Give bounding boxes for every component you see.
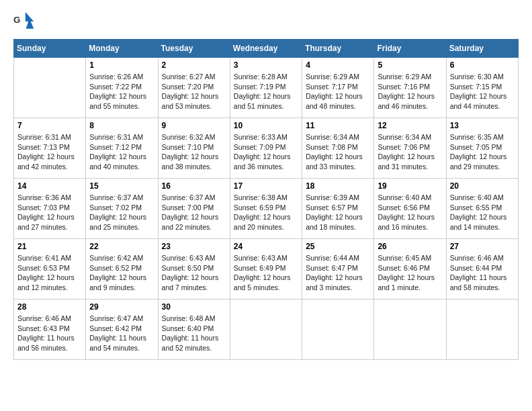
- calendar-cell: 24Sunrise: 6:43 AMSunset: 6:49 PMDayligh…: [230, 239, 302, 300]
- calendar-cell: 8Sunrise: 6:31 AMSunset: 7:12 PMDaylight…: [86, 118, 158, 179]
- day-info: Sunrise: 6:40 AMSunset: 6:55 PMDaylight:…: [450, 193, 515, 232]
- day-info: Sunrise: 6:29 AMSunset: 7:17 PMDaylight:…: [306, 72, 370, 111]
- day-number: 20: [450, 181, 515, 191]
- day-number: 24: [234, 242, 298, 251]
- calendar-week-0: 1Sunrise: 6:26 AMSunset: 7:22 PMDaylight…: [14, 58, 519, 118]
- day-info: Sunrise: 6:29 AMSunset: 7:16 PMDaylight:…: [378, 72, 442, 111]
- day-number: 22: [89, 242, 154, 251]
- calendar-header-row: SundayMondayTuesdayWednesdayThursdayFrid…: [14, 40, 519, 58]
- day-number: 9: [162, 121, 226, 130]
- day-info: Sunrise: 6:42 AMSunset: 6:52 PMDaylight:…: [89, 253, 154, 293]
- calendar-week-4: 28Sunrise: 6:46 AMSunset: 6:43 PMDayligh…: [14, 300, 519, 360]
- calendar-cell: 15Sunrise: 6:37 AMSunset: 7:02 PMDayligh…: [86, 179, 158, 239]
- day-number: 3: [234, 60, 298, 70]
- calendar-cell: 26Sunrise: 6:45 AMSunset: 6:46 PMDayligh…: [374, 239, 446, 300]
- day-number: 27: [450, 242, 515, 251]
- calendar-cell: 11Sunrise: 6:34 AMSunset: 7:08 PMDayligh…: [302, 118, 374, 179]
- calendar-cell: [446, 300, 518, 360]
- day-info: Sunrise: 6:40 AMSunset: 6:56 PMDaylight:…: [378, 193, 442, 232]
- day-info: Sunrise: 6:45 AMSunset: 6:46 PMDaylight:…: [378, 253, 442, 293]
- day-info: Sunrise: 6:28 AMSunset: 7:19 PMDaylight:…: [234, 72, 298, 111]
- day-number: 5: [378, 60, 442, 70]
- calendar-cell: [374, 300, 446, 360]
- day-info: Sunrise: 6:27 AMSunset: 7:20 PMDaylight:…: [162, 72, 226, 111]
- day-number: 14: [17, 181, 82, 191]
- calendar-cell: 7Sunrise: 6:31 AMSunset: 7:13 PMDaylight…: [14, 118, 86, 179]
- day-info: Sunrise: 6:43 AMSunset: 6:50 PMDaylight:…: [162, 253, 226, 293]
- day-number: 17: [234, 181, 298, 191]
- calendar-cell: 22Sunrise: 6:42 AMSunset: 6:52 PMDayligh…: [86, 239, 158, 300]
- weekday-header-sunday: Sunday: [14, 40, 86, 58]
- svg-text:G: G: [13, 15, 20, 25]
- day-number: 23: [162, 242, 226, 251]
- calendar-cell: [14, 58, 86, 118]
- day-number: 29: [89, 302, 154, 312]
- day-number: 8: [89, 121, 154, 130]
- weekday-header-wednesday: Wednesday: [230, 40, 302, 58]
- day-number: 19: [378, 181, 442, 191]
- day-info: Sunrise: 6:32 AMSunset: 7:10 PMDaylight:…: [162, 132, 226, 172]
- day-number: 12: [378, 121, 442, 130]
- calendar-cell: 20Sunrise: 6:40 AMSunset: 6:55 PMDayligh…: [446, 179, 518, 239]
- calendar-cell: 14Sunrise: 6:36 AMSunset: 7:03 PMDayligh…: [14, 179, 86, 239]
- day-info: Sunrise: 6:46 AMSunset: 6:44 PMDaylight:…: [450, 253, 515, 293]
- day-info: Sunrise: 6:31 AMSunset: 7:13 PMDaylight:…: [17, 132, 82, 172]
- day-number: 1: [89, 60, 154, 70]
- day-info: Sunrise: 6:44 AMSunset: 6:47 PMDaylight:…: [306, 253, 370, 293]
- calendar-cell: [230, 300, 302, 360]
- day-number: 18: [306, 181, 370, 191]
- day-info: Sunrise: 6:37 AMSunset: 7:00 PMDaylight:…: [162, 193, 226, 232]
- day-number: 21: [17, 242, 82, 251]
- day-number: 30: [162, 302, 226, 312]
- weekday-header-friday: Friday: [374, 40, 446, 58]
- calendar-week-1: 7Sunrise: 6:31 AMSunset: 7:13 PMDaylight…: [14, 118, 519, 179]
- calendar-cell: 2Sunrise: 6:27 AMSunset: 7:20 PMDaylight…: [158, 58, 230, 118]
- day-info: Sunrise: 6:34 AMSunset: 7:06 PMDaylight:…: [378, 132, 442, 172]
- calendar-cell: 4Sunrise: 6:29 AMSunset: 7:17 PMDaylight…: [302, 58, 374, 118]
- weekday-header-monday: Monday: [86, 40, 158, 58]
- calendar-cell: 9Sunrise: 6:32 AMSunset: 7:10 PMDaylight…: [158, 118, 230, 179]
- day-info: Sunrise: 6:36 AMSunset: 7:03 PMDaylight:…: [17, 193, 82, 232]
- calendar-cell: 21Sunrise: 6:41 AMSunset: 6:53 PMDayligh…: [14, 239, 86, 300]
- weekday-header-saturday: Saturday: [446, 40, 518, 58]
- day-number: 13: [450, 121, 515, 130]
- day-info: Sunrise: 6:30 AMSunset: 7:15 PMDaylight:…: [450, 72, 515, 111]
- day-number: 28: [17, 302, 82, 312]
- day-info: Sunrise: 6:34 AMSunset: 7:08 PMDaylight:…: [306, 132, 370, 172]
- weekday-header-tuesday: Tuesday: [158, 40, 230, 58]
- day-info: Sunrise: 6:26 AMSunset: 7:22 PMDaylight:…: [89, 72, 154, 111]
- calendar-week-2: 14Sunrise: 6:36 AMSunset: 7:03 PMDayligh…: [14, 179, 519, 239]
- calendar-cell: 25Sunrise: 6:44 AMSunset: 6:47 PMDayligh…: [302, 239, 374, 300]
- calendar-cell: 18Sunrise: 6:39 AMSunset: 6:57 PMDayligh…: [302, 179, 374, 239]
- day-info: Sunrise: 6:37 AMSunset: 7:02 PMDaylight:…: [89, 193, 154, 232]
- page-header: G: [13, 11, 519, 32]
- calendar-cell: 3Sunrise: 6:28 AMSunset: 7:19 PMDaylight…: [230, 58, 302, 118]
- day-number: 26: [378, 242, 442, 251]
- day-number: 25: [306, 242, 370, 251]
- calendar-cell: 28Sunrise: 6:46 AMSunset: 6:43 PMDayligh…: [14, 300, 86, 360]
- calendar-table: SundayMondayTuesdayWednesdayThursdayFrid…: [13, 39, 519, 360]
- day-info: Sunrise: 6:39 AMSunset: 6:57 PMDaylight:…: [306, 193, 370, 232]
- day-info: Sunrise: 6:31 AMSunset: 7:12 PMDaylight:…: [89, 132, 154, 172]
- day-number: 15: [89, 181, 154, 191]
- calendar-cell: 13Sunrise: 6:35 AMSunset: 7:05 PMDayligh…: [446, 118, 518, 179]
- day-number: 10: [234, 121, 298, 130]
- day-number: 6: [450, 60, 515, 70]
- day-info: Sunrise: 6:47 AMSunset: 6:42 PMDaylight:…: [89, 314, 154, 353]
- day-number: 4: [306, 60, 370, 70]
- weekday-header-thursday: Thursday: [302, 40, 374, 58]
- calendar-cell: [302, 300, 374, 360]
- calendar-cell: 30Sunrise: 6:48 AMSunset: 6:40 PMDayligh…: [158, 300, 230, 360]
- day-info: Sunrise: 6:41 AMSunset: 6:53 PMDaylight:…: [17, 253, 82, 293]
- calendar-cell: 17Sunrise: 6:38 AMSunset: 6:59 PMDayligh…: [230, 179, 302, 239]
- calendar-cell: 27Sunrise: 6:46 AMSunset: 6:44 PMDayligh…: [446, 239, 518, 300]
- day-number: 11: [306, 121, 370, 130]
- logo: G: [13, 11, 38, 32]
- day-info: Sunrise: 6:38 AMSunset: 6:59 PMDaylight:…: [234, 193, 298, 232]
- day-info: Sunrise: 6:46 AMSunset: 6:43 PMDaylight:…: [17, 314, 82, 353]
- calendar-cell: 5Sunrise: 6:29 AMSunset: 7:16 PMDaylight…: [374, 58, 446, 118]
- calendar-week-3: 21Sunrise: 6:41 AMSunset: 6:53 PMDayligh…: [14, 239, 519, 300]
- calendar-cell: 10Sunrise: 6:33 AMSunset: 7:09 PMDayligh…: [230, 118, 302, 179]
- logo-icon: G: [13, 11, 35, 32]
- calendar-cell: 1Sunrise: 6:26 AMSunset: 7:22 PMDaylight…: [86, 58, 158, 118]
